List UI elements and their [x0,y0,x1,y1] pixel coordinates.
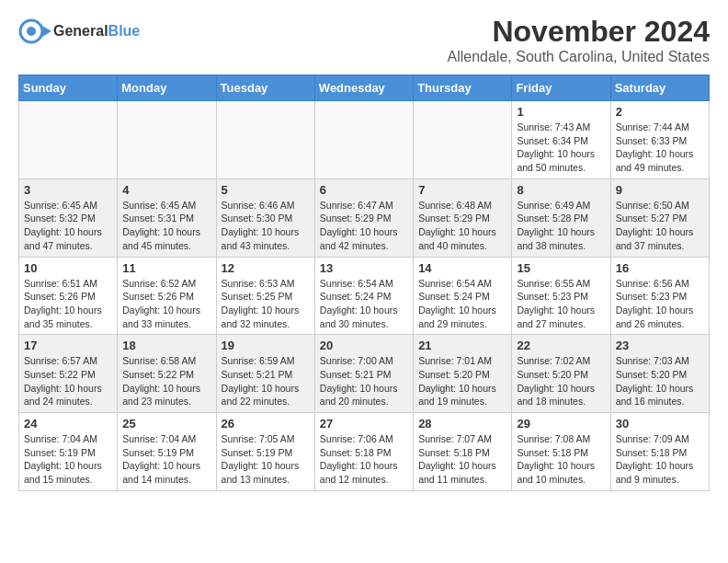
day-number: 19 [222,339,310,352]
day-number: 9 [616,183,704,197]
day-header-saturday: Saturday [610,75,709,101]
calendar-cell: 9Sunrise: 6:50 AM Sunset: 5:27 PM Daylig… [610,178,709,257]
calendar-cell: 16Sunrise: 6:56 AM Sunset: 5:23 PM Dayli… [610,257,709,335]
calendar-cell: 22Sunrise: 7:02 AM Sunset: 5:20 PM Dayli… [512,335,610,413]
calendar-week-row: 17Sunrise: 6:57 AM Sunset: 5:22 PM Dayli… [19,335,710,413]
day-number: 27 [320,417,408,431]
day-number: 20 [320,339,408,352]
day-number: 14 [418,261,506,275]
day-info: Sunrise: 7:01 AM Sunset: 5:20 PM Dayligh… [418,354,506,408]
day-number: 12 [222,261,310,275]
calendar-cell: 15Sunrise: 6:55 AM Sunset: 5:23 PM Dayli… [512,257,610,335]
day-number: 1 [517,105,605,119]
day-header-wednesday: Wednesday [314,75,413,101]
logo: GeneralBlue [18,15,140,48]
day-number: 30 [616,417,704,431]
day-info: Sunrise: 7:00 AM Sunset: 5:21 PM Dayligh… [320,354,408,408]
day-number: 2 [616,105,704,119]
calendar-cell: 1Sunrise: 7:43 AM Sunset: 6:34 PM Daylig… [512,101,610,179]
day-info: Sunrise: 6:48 AM Sunset: 5:29 PM Dayligh… [418,199,506,253]
calendar-week-row: 1Sunrise: 7:43 AM Sunset: 6:34 PM Daylig… [19,101,710,179]
day-info: Sunrise: 6:58 AM Sunset: 5:22 PM Dayligh… [122,354,210,408]
logo-blue: Blue [108,23,141,39]
location-title: Allendale, South Carolina, United States [447,49,710,65]
day-header-thursday: Thursday [414,75,512,101]
calendar-cell: 27Sunrise: 7:06 AM Sunset: 5:18 PM Dayli… [314,413,413,491]
day-number: 22 [517,339,605,352]
calendar-cell [314,101,413,179]
day-info: Sunrise: 6:45 AM Sunset: 5:32 PM Dayligh… [24,199,112,253]
day-number: 3 [24,183,112,197]
calendar-cell: 29Sunrise: 7:08 AM Sunset: 5:18 PM Dayli… [512,413,610,491]
day-info: Sunrise: 6:47 AM Sunset: 5:29 PM Dayligh… [320,199,408,253]
day-info: Sunrise: 6:50 AM Sunset: 5:27 PM Dayligh… [616,199,704,253]
day-info: Sunrise: 6:54 AM Sunset: 5:24 PM Dayligh… [320,277,408,331]
svg-point-1 [27,27,36,36]
svg-marker-2 [42,26,51,37]
day-header-monday: Monday [118,75,216,101]
calendar-cell: 4Sunrise: 6:45 AM Sunset: 5:31 PM Daylig… [118,178,216,257]
day-info: Sunrise: 7:03 AM Sunset: 5:20 PM Dayligh… [616,354,704,408]
calendar-cell: 8Sunrise: 6:49 AM Sunset: 5:28 PM Daylig… [512,178,610,257]
day-number: 10 [24,261,112,275]
day-number: 11 [122,261,210,275]
day-info: Sunrise: 7:02 AM Sunset: 5:20 PM Dayligh… [517,354,605,408]
day-info: Sunrise: 6:57 AM Sunset: 5:22 PM Dayligh… [24,354,112,408]
day-info: Sunrise: 6:54 AM Sunset: 5:24 PM Dayligh… [418,277,506,331]
day-number: 17 [24,339,112,352]
calendar-cell: 26Sunrise: 7:05 AM Sunset: 5:19 PM Dayli… [216,413,314,491]
day-number: 26 [222,417,310,431]
day-header-tuesday: Tuesday [216,75,314,101]
day-info: Sunrise: 6:53 AM Sunset: 5:25 PM Dayligh… [222,277,310,331]
day-info: Sunrise: 7:08 AM Sunset: 5:18 PM Dayligh… [517,432,605,487]
calendar-cell: 25Sunrise: 7:04 AM Sunset: 5:19 PM Dayli… [118,413,216,491]
day-number: 4 [122,183,210,197]
day-info: Sunrise: 7:07 AM Sunset: 5:18 PM Dayligh… [418,432,506,487]
day-info: Sunrise: 6:55 AM Sunset: 5:23 PM Dayligh… [517,277,605,331]
calendar-cell [216,101,314,179]
day-info: Sunrise: 6:46 AM Sunset: 5:30 PM Dayligh… [222,199,310,253]
day-number: 29 [517,417,605,431]
month-title: November 2024 [447,15,710,49]
calendar-header-row: SundayMondayTuesdayWednesdayThursdayFrid… [19,75,710,101]
calendar-cell: 19Sunrise: 6:59 AM Sunset: 5:21 PM Dayli… [216,335,314,413]
day-info: Sunrise: 7:05 AM Sunset: 5:19 PM Dayligh… [222,432,310,487]
calendar-week-row: 3Sunrise: 6:45 AM Sunset: 5:32 PM Daylig… [19,178,710,257]
day-info: Sunrise: 7:04 AM Sunset: 5:19 PM Dayligh… [122,432,210,487]
day-info: Sunrise: 7:04 AM Sunset: 5:19 PM Dayligh… [24,432,112,487]
day-number: 21 [418,339,506,352]
day-number: 28 [418,417,506,431]
day-number: 25 [122,417,210,431]
calendar-cell: 13Sunrise: 6:54 AM Sunset: 5:24 PM Dayli… [314,257,413,335]
calendar-week-row: 10Sunrise: 6:51 AM Sunset: 5:26 PM Dayli… [19,257,710,335]
day-number: 24 [24,417,112,431]
day-number: 7 [418,183,506,197]
day-info: Sunrise: 6:52 AM Sunset: 5:26 PM Dayligh… [122,277,210,331]
day-info: Sunrise: 6:56 AM Sunset: 5:23 PM Dayligh… [616,277,704,331]
day-number: 13 [320,261,408,275]
calendar-cell: 17Sunrise: 6:57 AM Sunset: 5:22 PM Dayli… [19,335,118,413]
calendar-cell: 2Sunrise: 7:44 AM Sunset: 6:33 PM Daylig… [610,101,709,179]
calendar-cell: 14Sunrise: 6:54 AM Sunset: 5:24 PM Dayli… [414,257,512,335]
page-header: GeneralBlue November 2024 Allendale, Sou… [18,15,710,65]
calendar-cell: 28Sunrise: 7:07 AM Sunset: 5:18 PM Dayli… [414,413,512,491]
calendar-cell: 7Sunrise: 6:48 AM Sunset: 5:29 PM Daylig… [414,178,512,257]
calendar-cell: 10Sunrise: 6:51 AM Sunset: 5:26 PM Dayli… [19,257,118,335]
day-number: 18 [122,339,210,352]
title-area: November 2024 Allendale, South Carolina,… [447,15,710,65]
day-number: 5 [222,183,310,197]
calendar-cell: 12Sunrise: 6:53 AM Sunset: 5:25 PM Dayli… [216,257,314,335]
calendar-cell [414,101,512,179]
calendar-cell [19,101,118,179]
day-info: Sunrise: 7:09 AM Sunset: 5:18 PM Dayligh… [616,432,704,487]
calendar-cell: 18Sunrise: 6:58 AM Sunset: 5:22 PM Dayli… [118,335,216,413]
calendar-cell: 23Sunrise: 7:03 AM Sunset: 5:20 PM Dayli… [610,335,709,413]
day-number: 8 [517,183,605,197]
logo-general: General [53,23,108,39]
calendar-cell [118,101,216,179]
calendar-cell: 6Sunrise: 6:47 AM Sunset: 5:29 PM Daylig… [314,178,413,257]
calendar-cell: 3Sunrise: 6:45 AM Sunset: 5:32 PM Daylig… [19,178,118,257]
day-info: Sunrise: 6:59 AM Sunset: 5:21 PM Dayligh… [222,354,310,408]
calendar-cell: 24Sunrise: 7:04 AM Sunset: 5:19 PM Dayli… [19,413,118,491]
day-info: Sunrise: 7:44 AM Sunset: 6:33 PM Dayligh… [616,121,704,175]
